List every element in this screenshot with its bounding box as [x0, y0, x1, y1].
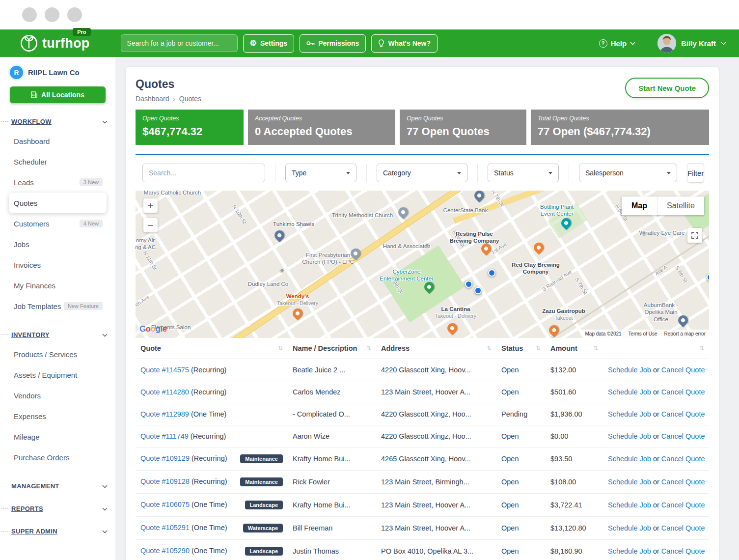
cancel-quote-link[interactable]: Cancel Quote [661, 501, 705, 509]
sidebar-item-mileage[interactable]: Mileage [9, 426, 107, 447]
quote-link[interactable]: Quote #105290 [140, 547, 190, 555]
cancel-quote-link[interactable]: Cancel Quote [661, 524, 705, 532]
cancel-quote-link[interactable]: Cancel Quote [661, 388, 705, 396]
schedule-job-link[interactable]: Schedule Job [608, 501, 651, 509]
whats-new-button[interactable]: What's New? [371, 34, 438, 53]
poi-dot-icon[interactable] [642, 231, 646, 235]
address-cell: 123 Main Street, Hoover A... [376, 381, 496, 403]
filter-select-type[interactable]: Type [285, 164, 356, 182]
poi-dot-icon[interactable] [280, 268, 284, 273]
all-locations-button[interactable]: All Locations [10, 86, 106, 103]
quote-link[interactable]: Quote #111749 [140, 432, 189, 440]
filter-group-status: Status [477, 164, 569, 182]
quote-link[interactable]: Quote #109128 [140, 477, 190, 485]
sidebar-section-workflow[interactable]: WORKFLOW [1, 117, 108, 126]
filter-select-salesperson[interactable]: Salesperson [579, 164, 677, 182]
zoom-in-button[interactable]: + [143, 198, 158, 213]
attribution-link[interactable]: Report a map error [664, 331, 706, 336]
cancel-quote-link[interactable]: Cancel Quote [661, 478, 705, 486]
sidebar-section-super-admin[interactable]: SUPER ADMIN [1, 527, 108, 535]
map-button[interactable]: Map [622, 196, 657, 215]
sidebar-item-invoices[interactable]: Invoices [9, 254, 107, 275]
cancel-quote-link[interactable]: Cancel Quote [661, 455, 705, 463]
schedule-job-link[interactable]: Schedule Job [608, 547, 651, 555]
stat-card-3[interactable]: Total Open Quotes77 Open ($467,774.32) [531, 110, 709, 145]
window-button-icon[interactable] [45, 7, 59, 22]
schedule-job-link[interactable]: Schedule Job [608, 524, 651, 532]
map[interactable]: N 10th StN 11th St4th AveN 9th StN 8th S… [136, 191, 709, 338]
filter-select-status[interactable]: Status [488, 164, 559, 182]
quote-link[interactable]: Quote #105291 [140, 524, 190, 532]
quote-location-marker[interactable] [488, 269, 495, 277]
map-data-label: Map data ©2021 [585, 331, 622, 336]
fullscreen-button[interactable] [687, 228, 702, 243]
sidebar-section-reports[interactable]: REPORTS [1, 504, 108, 513]
cancel-quote-link[interactable]: Cancel Quote [661, 432, 705, 440]
sidebar-item-dashboard[interactable]: Dashboard [9, 131, 107, 151]
sidebar-item-customers[interactable]: Customers4 New [9, 213, 107, 234]
schedule-job-link[interactable]: Schedule Job [608, 455, 651, 463]
address-cell: 123 Main Street, Hoover A... [376, 494, 496, 517]
sidebar-item-expenses[interactable]: Expenses [9, 406, 107, 426]
sidebar-item-purchase-orders[interactable]: Purchase Orders [9, 447, 107, 468]
sidebar-item-job-templates[interactable]: Job TemplatesNew Feature [9, 296, 107, 316]
google-logo-letter: o [151, 324, 156, 334]
quote-link[interactable]: Quote #114575 [140, 366, 189, 374]
sidebar-section-inventory[interactable]: INVENTORY [1, 330, 108, 339]
window-button-icon[interactable] [22, 7, 37, 22]
quote-link[interactable]: Quote #109129 [140, 454, 190, 462]
name-cell: Aaron Wize [288, 425, 376, 448]
stat-card-1[interactable]: Accepted Quotes0 Accepted Quotes [248, 110, 395, 145]
sidebar-item-scheduler[interactable]: Scheduler [9, 151, 107, 172]
column-header-amount[interactable]: Amount⇅ [546, 338, 603, 359]
quote-location-marker[interactable] [465, 280, 472, 288]
sidebar-item-jobs[interactable]: Jobs [9, 234, 107, 254]
global-search-input[interactable] [121, 34, 238, 52]
quote-search-input[interactable] [142, 164, 265, 182]
filter-button[interactable]: Filter [687, 163, 704, 183]
permissions-button[interactable]: Permissions [300, 34, 366, 53]
stat-card-2[interactable]: Open Quotes77 Open Quotes [400, 110, 526, 145]
attribution-link[interactable]: Terms of Use [629, 331, 657, 336]
section-dash-icon [1, 486, 8, 486]
schedule-job-link[interactable]: Schedule Job [608, 478, 651, 486]
sidebar-item-products-services[interactable]: Products / Services [9, 344, 107, 364]
user-menu[interactable]: Billy Kraft [657, 34, 726, 53]
section-label: REPORTS [11, 505, 43, 512]
settings-button[interactable]: ⚙ Settings [243, 34, 295, 53]
quote-link[interactable]: Quote #114280 [140, 388, 189, 396]
google-logo[interactable]: Google [139, 324, 167, 334]
column-header-address[interactable]: Address⇅ [376, 338, 496, 359]
help-menu[interactable]: ? Help [599, 39, 636, 48]
schedule-job-link[interactable]: Schedule Job [608, 366, 651, 374]
window-button-icon[interactable] [67, 7, 82, 22]
sidebar-item-quotes[interactable]: Quotes [9, 193, 107, 213]
cancel-quote-link[interactable]: Cancel Quote [661, 410, 705, 418]
schedule-job-link[interactable]: Schedule Job [608, 410, 651, 418]
company-header[interactable]: R RIIPL Lawn Co [0, 66, 115, 79]
brand-logo[interactable]: turfhop Pro [20, 34, 105, 53]
schedule-job-link[interactable]: Schedule Job [608, 432, 651, 440]
breadcrumb-dashboard[interactable]: Dashboard [136, 95, 169, 103]
satellite-button[interactable]: Satellite [657, 196, 704, 215]
quote-location-marker[interactable] [474, 287, 482, 294]
sidebar-section-management[interactable]: MANAGEMENT [1, 481, 108, 490]
cancel-quote-link[interactable]: Cancel Quote [661, 366, 705, 374]
filter-select-category[interactable]: Category [377, 164, 467, 182]
column-header-status[interactable]: Status⇅ [496, 338, 546, 359]
poi-dot-icon[interactable] [425, 243, 429, 248]
sidebar-item-assets-equipment[interactable]: Assets / Equipment [9, 364, 107, 385]
stat-card-0[interactable]: Open Quotes$467,774.32 [136, 110, 244, 145]
start-new-quote-button[interactable]: Start New Quote [625, 78, 709, 98]
schedule-job-link[interactable]: Schedule Job [608, 388, 651, 396]
column-header-actions[interactable]: ⇅ [603, 338, 709, 359]
quote-link[interactable]: Quote #112989 [140, 410, 189, 418]
zoom-out-button[interactable]: − [143, 218, 158, 232]
sidebar-item-vendors[interactable]: Vendors [9, 385, 107, 406]
column-header-name-description[interactable]: Name / Description⇅ [288, 338, 376, 359]
column-header-quote[interactable]: Quote⇅ [136, 338, 288, 359]
quote-link[interactable]: Quote #106075 [140, 501, 190, 508]
sidebar-item-my-finances[interactable]: My Finances [9, 275, 107, 296]
sidebar-item-leads[interactable]: Leads3 New [9, 172, 107, 193]
cancel-quote-link[interactable]: Cancel Quote [661, 547, 705, 555]
